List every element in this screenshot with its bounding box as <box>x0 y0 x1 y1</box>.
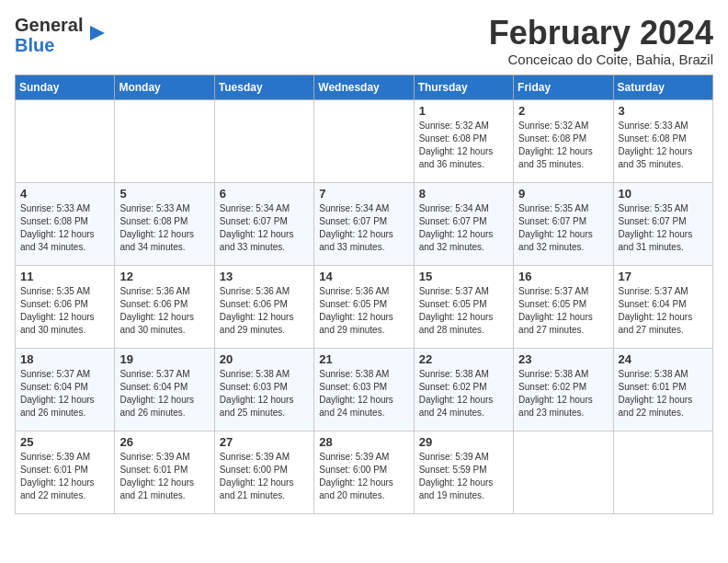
calendar-cell: 11Sunrise: 5:35 AM Sunset: 6:06 PM Dayli… <box>16 265 115 348</box>
day-info: Sunrise: 5:35 AM Sunset: 6:06 PM Dayligh… <box>20 285 109 337</box>
day-number: 4 <box>20 187 109 201</box>
day-number: 10 <box>619 187 708 201</box>
day-info: Sunrise: 5:34 AM Sunset: 6:07 PM Dayligh… <box>220 202 309 254</box>
calendar-cell <box>214 99 313 182</box>
calendar-cell: 19Sunrise: 5:37 AM Sunset: 6:04 PM Dayli… <box>115 348 214 431</box>
day-number: 25 <box>20 435 109 449</box>
logo-flag-icon <box>86 24 108 46</box>
col-header-thursday: Thursday <box>414 75 513 99</box>
calendar-cell: 22Sunrise: 5:38 AM Sunset: 6:02 PM Dayli… <box>414 348 513 431</box>
calendar-cell: 20Sunrise: 5:38 AM Sunset: 6:03 PM Dayli… <box>214 348 313 431</box>
day-info: Sunrise: 5:39 AM Sunset: 5:59 PM Dayligh… <box>419 451 508 502</box>
day-info: Sunrise: 5:38 AM Sunset: 6:02 PM Dayligh… <box>419 368 508 419</box>
day-number: 28 <box>319 435 408 449</box>
day-number: 27 <box>220 435 309 449</box>
day-number: 19 <box>119 352 209 366</box>
day-number: 13 <box>220 270 309 283</box>
day-info: Sunrise: 5:39 AM Sunset: 6:01 PM Dayligh… <box>20 451 109 502</box>
day-info: Sunrise: 5:33 AM Sunset: 6:08 PM Dayligh… <box>119 202 209 254</box>
day-info: Sunrise: 5:37 AM Sunset: 6:04 PM Dayligh… <box>119 368 209 419</box>
calendar-week-row: 4Sunrise: 5:33 AM Sunset: 6:08 PM Daylig… <box>16 182 713 265</box>
day-info: Sunrise: 5:36 AM Sunset: 6:06 PM Dayligh… <box>220 285 309 337</box>
month-year-heading: February 2024 <box>489 15 713 52</box>
day-info: Sunrise: 5:35 AM Sunset: 6:07 PM Dayligh… <box>619 202 708 254</box>
calendar-cell <box>314 99 414 182</box>
day-info: Sunrise: 5:33 AM Sunset: 6:08 PM Dayligh… <box>20 202 109 254</box>
calendar-cell: 26Sunrise: 5:39 AM Sunset: 6:01 PM Dayli… <box>115 431 214 513</box>
day-info: Sunrise: 5:38 AM Sunset: 6:03 PM Dayligh… <box>319 368 408 419</box>
day-number: 9 <box>518 187 608 201</box>
day-number: 23 <box>518 352 608 366</box>
day-number: 18 <box>20 352 109 366</box>
calendar-header-row: SundayMondayTuesdayWednesdayThursdayFrid… <box>16 75 713 99</box>
logo-blue-text: Blue <box>15 35 54 55</box>
day-number: 6 <box>220 187 309 201</box>
calendar-cell: 5Sunrise: 5:33 AM Sunset: 6:08 PM Daylig… <box>115 182 214 265</box>
calendar-week-row: 1Sunrise: 5:32 AM Sunset: 6:08 PM Daylig… <box>16 99 713 182</box>
day-number: 29 <box>419 435 508 449</box>
calendar-cell <box>613 431 712 513</box>
day-number: 5 <box>119 187 209 201</box>
day-info: Sunrise: 5:38 AM Sunset: 6:01 PM Dayligh… <box>619 368 708 419</box>
col-header-wednesday: Wednesday <box>314 75 414 99</box>
calendar-cell: 18Sunrise: 5:37 AM Sunset: 6:04 PM Dayli… <box>16 348 115 431</box>
col-header-tuesday: Tuesday <box>214 75 313 99</box>
calendar-cell: 8Sunrise: 5:34 AM Sunset: 6:07 PM Daylig… <box>414 182 513 265</box>
calendar-week-row: 18Sunrise: 5:37 AM Sunset: 6:04 PM Dayli… <box>16 348 713 431</box>
calendar-cell: 1Sunrise: 5:32 AM Sunset: 6:08 PM Daylig… <box>414 99 513 182</box>
day-info: Sunrise: 5:37 AM Sunset: 6:05 PM Dayligh… <box>419 285 508 337</box>
page-header: General Blue February 2024 Conceicao do … <box>15 15 713 67</box>
calendar-cell: 28Sunrise: 5:39 AM Sunset: 6:00 PM Dayli… <box>314 431 414 513</box>
logo: General Blue <box>15 15 108 55</box>
day-number: 15 <box>419 270 508 283</box>
col-header-monday: Monday <box>115 75 214 99</box>
day-info: Sunrise: 5:33 AM Sunset: 6:08 PM Dayligh… <box>619 120 708 171</box>
day-number: 22 <box>419 352 508 366</box>
location-text: Conceicao do Coite, Bahia, Brazil <box>489 52 713 67</box>
calendar-cell: 7Sunrise: 5:34 AM Sunset: 6:07 PM Daylig… <box>314 182 414 265</box>
day-info: Sunrise: 5:38 AM Sunset: 6:03 PM Dayligh… <box>220 368 309 419</box>
day-number: 16 <box>518 270 608 283</box>
svg-marker-0 <box>90 26 105 40</box>
calendar-cell: 10Sunrise: 5:35 AM Sunset: 6:07 PM Dayli… <box>613 182 712 265</box>
day-number: 20 <box>220 352 309 366</box>
calendar-cell: 15Sunrise: 5:37 AM Sunset: 6:05 PM Dayli… <box>414 265 513 348</box>
calendar-cell: 3Sunrise: 5:33 AM Sunset: 6:08 PM Daylig… <box>613 99 712 182</box>
day-number: 3 <box>619 104 708 118</box>
day-info: Sunrise: 5:35 AM Sunset: 6:07 PM Dayligh… <box>518 202 608 254</box>
day-number: 17 <box>619 270 708 283</box>
calendar-cell <box>115 99 214 182</box>
col-header-saturday: Saturday <box>613 75 712 99</box>
day-number: 2 <box>518 104 608 118</box>
day-number: 14 <box>319 270 408 283</box>
calendar-week-row: 25Sunrise: 5:39 AM Sunset: 6:01 PM Dayli… <box>16 431 713 513</box>
day-info: Sunrise: 5:36 AM Sunset: 6:06 PM Dayligh… <box>119 285 209 337</box>
calendar-cell: 2Sunrise: 5:32 AM Sunset: 6:08 PM Daylig… <box>514 99 613 182</box>
day-info: Sunrise: 5:37 AM Sunset: 6:04 PM Dayligh… <box>20 368 109 419</box>
calendar-cell: 14Sunrise: 5:36 AM Sunset: 6:05 PM Dayli… <box>314 265 414 348</box>
calendar-cell: 9Sunrise: 5:35 AM Sunset: 6:07 PM Daylig… <box>514 182 613 265</box>
calendar-cell: 16Sunrise: 5:37 AM Sunset: 6:05 PM Dayli… <box>514 265 613 348</box>
calendar-cell: 21Sunrise: 5:38 AM Sunset: 6:03 PM Dayli… <box>314 348 414 431</box>
day-info: Sunrise: 5:39 AM Sunset: 6:00 PM Dayligh… <box>319 451 408 502</box>
calendar-cell: 13Sunrise: 5:36 AM Sunset: 6:06 PM Dayli… <box>214 265 313 348</box>
calendar-cell: 4Sunrise: 5:33 AM Sunset: 6:08 PM Daylig… <box>16 182 115 265</box>
calendar-table: SundayMondayTuesdayWednesdayThursdayFrid… <box>15 75 713 514</box>
day-number: 24 <box>619 352 708 366</box>
day-number: 11 <box>20 270 109 283</box>
day-info: Sunrise: 5:32 AM Sunset: 6:08 PM Dayligh… <box>419 120 508 171</box>
day-number: 7 <box>319 187 408 201</box>
calendar-cell: 24Sunrise: 5:38 AM Sunset: 6:01 PM Dayli… <box>613 348 712 431</box>
day-info: Sunrise: 5:37 AM Sunset: 6:05 PM Dayligh… <box>518 285 608 337</box>
col-header-friday: Friday <box>514 75 613 99</box>
title-block: February 2024 Conceicao do Coite, Bahia,… <box>489 15 713 67</box>
day-number: 8 <box>419 187 508 201</box>
day-number: 12 <box>119 270 209 283</box>
day-info: Sunrise: 5:34 AM Sunset: 6:07 PM Dayligh… <box>319 202 408 254</box>
calendar-cell: 12Sunrise: 5:36 AM Sunset: 6:06 PM Dayli… <box>115 265 214 348</box>
day-number: 21 <box>319 352 408 366</box>
day-info: Sunrise: 5:39 AM Sunset: 6:00 PM Dayligh… <box>220 451 309 502</box>
day-info: Sunrise: 5:36 AM Sunset: 6:05 PM Dayligh… <box>319 285 408 337</box>
day-info: Sunrise: 5:32 AM Sunset: 6:08 PM Dayligh… <box>518 120 608 171</box>
day-info: Sunrise: 5:37 AM Sunset: 6:04 PM Dayligh… <box>619 285 708 337</box>
